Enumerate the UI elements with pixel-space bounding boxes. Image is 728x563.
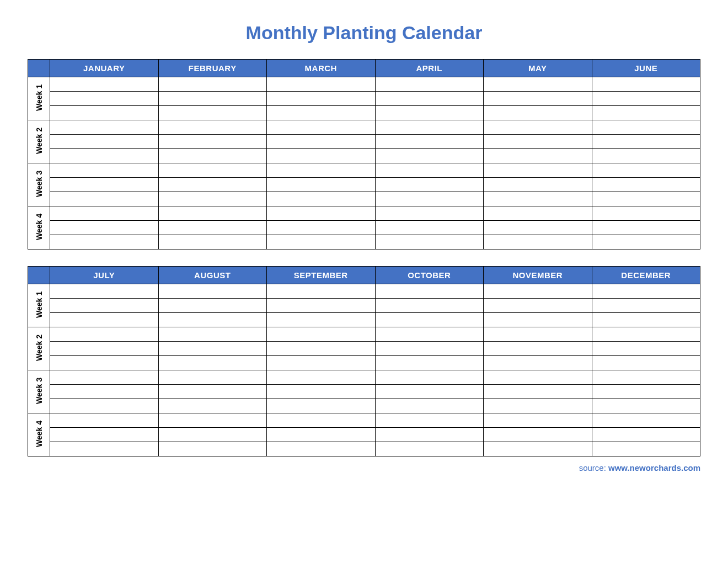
calendar-cell — [158, 356, 267, 370]
calendar-cell — [484, 413, 592, 428]
calendar-cell — [158, 428, 267, 442]
source-site: www.neworchards.com — [608, 463, 700, 472]
calendar-cell — [592, 106, 700, 120]
calendar-cell — [375, 299, 484, 313]
calendar-cell — [267, 313, 376, 327]
calendar-cell — [158, 149, 267, 163]
calendar-cell — [484, 342, 592, 356]
week-label: Week 2 — [28, 327, 50, 370]
calendar-cell — [267, 399, 376, 413]
calendar-table: JULYAUGUSTSEPTEMBEROCTOBERNOVEMBERDECEMB… — [28, 266, 700, 456]
corner-cell — [28, 267, 50, 284]
calendar-cell — [592, 221, 700, 235]
calendar-cell — [484, 299, 592, 313]
calendar-cell — [50, 299, 159, 313]
calendar-cell — [375, 284, 484, 299]
calendar-cell — [484, 235, 592, 249]
calendar-cell — [592, 284, 700, 299]
calendar-cell — [158, 206, 267, 221]
source-prefix: source: — [579, 463, 608, 472]
calendar-cell — [484, 149, 592, 163]
calendar-cell — [50, 192, 159, 206]
calendar-cell — [484, 206, 592, 221]
calendar-cell — [484, 356, 592, 370]
tables-container: JANUARYFEBRUARYMARCHAPRILMAYJUNEWeek 1We… — [28, 59, 700, 456]
calendar-cell — [50, 313, 159, 327]
calendar-cell — [158, 235, 267, 249]
calendar-cell — [158, 399, 267, 413]
calendar-cell — [375, 149, 484, 163]
calendar-cell — [592, 149, 700, 163]
calendar-cell — [484, 135, 592, 149]
calendar-cell — [375, 356, 484, 370]
corner-cell — [28, 60, 50, 77]
calendar-cell — [592, 356, 700, 370]
calendar-cell — [267, 385, 376, 399]
month-header: JULY — [50, 267, 159, 284]
calendar-cell — [375, 221, 484, 235]
calendar-cell — [592, 327, 700, 342]
calendar-cell — [50, 92, 159, 106]
month-header: NOVEMBER — [484, 267, 592, 284]
calendar-cell — [158, 299, 267, 313]
calendar-cell — [50, 327, 159, 342]
calendar-cell — [50, 221, 159, 235]
calendar-cell — [375, 428, 484, 442]
calendar-cell — [375, 135, 484, 149]
calendar-cell — [375, 206, 484, 221]
calendar-cell — [50, 342, 159, 356]
calendar-cell — [158, 178, 267, 192]
calendar-cell — [267, 442, 376, 456]
calendar-cell — [50, 413, 159, 428]
calendar-cell — [158, 385, 267, 399]
week-label: Week 3 — [28, 370, 50, 413]
calendar-cell — [592, 235, 700, 249]
calendar-cell — [592, 192, 700, 206]
month-header: JUNE — [592, 60, 700, 77]
calendar-cell — [375, 178, 484, 192]
month-header: MAY — [484, 60, 592, 77]
calendar-cell — [50, 370, 159, 385]
calendar-cell — [267, 413, 376, 428]
calendar-cell — [484, 178, 592, 192]
calendar-cell — [158, 221, 267, 235]
calendar-table: JANUARYFEBRUARYMARCHAPRILMAYJUNEWeek 1We… — [28, 59, 700, 249]
page-title: Monthly Planting Calendar — [28, 22, 700, 44]
calendar-cell — [375, 442, 484, 456]
calendar-cell — [267, 284, 376, 299]
calendar-cell — [484, 428, 592, 442]
calendar-cell — [50, 356, 159, 370]
calendar-cell — [484, 370, 592, 385]
calendar-cell — [158, 327, 267, 342]
calendar-cell — [50, 149, 159, 163]
calendar-cell — [50, 120, 159, 135]
calendar-cell — [50, 235, 159, 249]
calendar-cell — [158, 163, 267, 178]
calendar-cell — [375, 385, 484, 399]
week-label: Week 3 — [28, 163, 50, 206]
calendar-cell — [267, 77, 376, 92]
calendar-cell — [484, 120, 592, 135]
calendar-cell — [375, 370, 484, 385]
calendar-cell — [484, 284, 592, 299]
month-header: APRIL — [375, 60, 484, 77]
week-label: Week 2 — [28, 120, 50, 163]
calendar-cell — [592, 385, 700, 399]
month-header: AUGUST — [158, 267, 267, 284]
calendar-cell — [484, 192, 592, 206]
calendar-cell — [267, 178, 376, 192]
calendar-cell — [267, 428, 376, 442]
calendar-cell — [267, 342, 376, 356]
calendar-cell — [50, 178, 159, 192]
calendar-cell — [158, 342, 267, 356]
calendar-cell — [158, 413, 267, 428]
calendar-cell — [484, 92, 592, 106]
calendar-cell — [592, 370, 700, 385]
calendar-cell — [158, 313, 267, 327]
calendar-cell — [484, 399, 592, 413]
calendar-cell — [484, 106, 592, 120]
calendar-cell — [50, 428, 159, 442]
calendar-cell — [592, 92, 700, 106]
calendar-cell — [375, 235, 484, 249]
calendar-cell — [267, 149, 376, 163]
